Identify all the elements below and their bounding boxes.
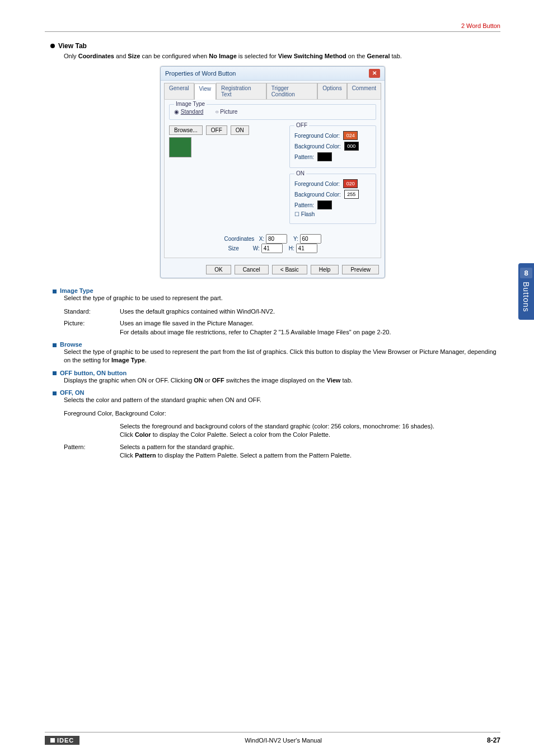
pattern-term: Pattern: xyxy=(64,443,120,460)
ok-button[interactable]: OK xyxy=(206,265,231,274)
picture-desc: Uses an image file saved in the Picture … xyxy=(120,319,391,337)
browse-button[interactable]: Browse... xyxy=(169,125,203,135)
browse-desc: Select the type of graphic to be used to… xyxy=(64,348,500,365)
picture-term: Picture: xyxy=(64,319,120,337)
off-button[interactable]: OFF xyxy=(206,125,227,135)
h-input[interactable] xyxy=(296,244,317,253)
tab-view[interactable]: View xyxy=(194,83,217,100)
fgbg-desc: Selects the foreground and background co… xyxy=(120,422,434,440)
coordinates-label: Coordinates xyxy=(224,236,254,242)
standard-desc: Uses the default graphics contained with… xyxy=(120,307,275,316)
square-icon xyxy=(53,343,57,347)
off-fg-label: Foreground Color: xyxy=(294,133,340,139)
w-label: W: xyxy=(253,245,260,251)
view-tab-intro: Only Coordinates and Size can be configu… xyxy=(64,52,500,60)
y-label: Y: xyxy=(293,236,298,242)
tab-general[interactable]: General xyxy=(164,83,194,99)
page-number: 8-27 xyxy=(487,736,500,744)
square-icon xyxy=(53,290,57,293)
idec-logo: IDEC xyxy=(45,736,79,745)
w-input[interactable] xyxy=(261,244,283,253)
dialog-tabs: General View Registration Text Trigger C… xyxy=(161,81,385,99)
tab-options[interactable]: Options xyxy=(317,83,346,99)
on-pattern-label: Pattern: xyxy=(294,202,314,208)
image-type-legend: Image Type xyxy=(174,101,207,107)
x-label: X: xyxy=(259,236,264,242)
off-pattern-label: Pattern: xyxy=(294,154,314,160)
basic-button[interactable]: < Basic xyxy=(272,265,307,274)
on-fg-label: Foreground Color: xyxy=(294,181,340,187)
on-pattern-swatch[interactable] xyxy=(317,200,332,209)
chapter-title: Buttons xyxy=(522,282,531,312)
off-fg-swatch[interactable]: 024 xyxy=(343,131,358,140)
close-icon[interactable]: ✕ xyxy=(369,69,380,78)
properties-dialog: Properties of Word Button ✕ General View… xyxy=(160,66,385,278)
off-bg-swatch[interactable]: 000 xyxy=(344,142,359,151)
h-label: H: xyxy=(289,245,294,251)
radio-standard[interactable]: ◉ Standard xyxy=(174,109,203,115)
off-pattern-swatch[interactable] xyxy=(317,152,332,161)
standard-term: Standard: xyxy=(64,307,120,316)
offon-intro: Selects the color and pattern of the sta… xyxy=(64,396,500,404)
square-icon xyxy=(53,371,57,375)
on-button[interactable]: ON xyxy=(231,125,249,135)
image-type-heading: Image Type xyxy=(60,287,93,294)
tab-trigger-condition[interactable]: Trigger Condition xyxy=(266,83,318,99)
spacer xyxy=(64,422,120,440)
tab-registration-text[interactable]: Registration Text xyxy=(216,83,266,99)
view-tab-heading: View Tab xyxy=(58,42,87,50)
cancel-button[interactable]: Cancel xyxy=(235,265,269,274)
on-bg-swatch[interactable]: 255 xyxy=(344,190,359,199)
preview-thumb xyxy=(169,137,191,157)
radio-picture[interactable]: ○ Picture xyxy=(215,109,237,115)
on-group: ON Foreground Color:020 Background Color… xyxy=(289,174,376,224)
image-type-intro: Select the type of graphic to be used to… xyxy=(64,294,500,302)
fgbg-label: Foreground Color, Background Color: xyxy=(64,409,500,418)
flash-checkbox[interactable]: ☐ Flash xyxy=(294,211,315,217)
chapter-number: 8 xyxy=(520,268,532,278)
offon-button-desc: Displays the graphic when ON or OFF. Cli… xyxy=(64,376,500,385)
help-button[interactable]: Help xyxy=(311,265,339,274)
offon-heading: OFF, ON xyxy=(60,389,84,396)
bullet-icon xyxy=(50,44,55,48)
image-type-group: Image Type ◉ Standard ○ Picture xyxy=(169,104,376,120)
off-group: OFF Foreground Color:024 Background Colo… xyxy=(289,125,376,168)
y-input[interactable] xyxy=(300,234,321,244)
browse-heading: Browse xyxy=(60,341,82,348)
footer-rule xyxy=(45,732,500,732)
on-bg-label: Background Color: xyxy=(294,192,341,198)
footer-center: WindO/I-NV2 User's Manual xyxy=(245,737,322,744)
on-fg-swatch[interactable]: 020 xyxy=(343,179,358,188)
chapter-tab: 8 Buttons xyxy=(518,263,534,320)
dialog-title: Properties of Word Button xyxy=(165,70,236,77)
off-bg-label: Background Color: xyxy=(294,143,341,150)
header-rule xyxy=(45,31,500,32)
offon-button-heading: OFF button, ON button xyxy=(60,370,127,376)
pattern-desc: Selects a pattern for the standard graph… xyxy=(120,443,352,460)
preview-button[interactable]: Preview xyxy=(342,265,379,274)
page-section-header: 2 Word Button xyxy=(45,22,500,31)
tab-comment[interactable]: Comment xyxy=(347,83,381,99)
square-icon xyxy=(53,391,57,395)
size-label: Size xyxy=(228,245,238,251)
on-legend: ON xyxy=(294,170,306,176)
off-legend: OFF xyxy=(294,122,309,128)
x-input[interactable] xyxy=(266,234,287,244)
